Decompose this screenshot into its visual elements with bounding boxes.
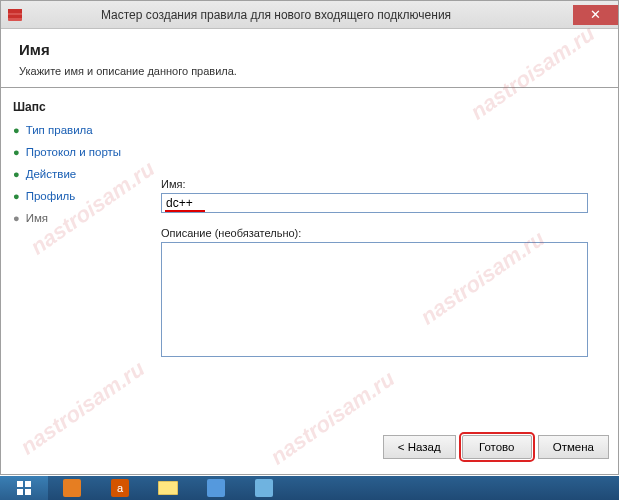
description-input[interactable] [161,242,588,357]
svg-rect-4 [25,481,31,487]
window-controls: ✕ [573,5,618,25]
taskbar-app-3[interactable] [144,476,192,500]
page-title: Имя [19,41,600,58]
wizard-header: Имя Укажите имя и описание данного прави… [1,29,618,88]
sidebar-item-label: Тип правила [26,124,93,136]
svg-rect-7 [63,479,81,497]
sidebar-item-label: Имя [26,212,48,224]
taskbar-app-2[interactable]: a [96,476,144,500]
svg-rect-11 [207,479,225,497]
name-input[interactable] [161,193,588,213]
svg-rect-5 [17,489,23,495]
svg-rect-12 [255,479,273,497]
sidebar-item-rule-type[interactable]: ●Тип правила [13,124,148,136]
bullet-icon: ● [13,146,20,158]
sidebar-item-profile[interactable]: ●Профиль [13,190,148,202]
sidebar-item-name[interactable]: ●Имя [13,212,148,224]
wizard-body: Шапс ●Тип правила ●Протокол и порты ●Дей… [1,88,618,474]
window-title: Мастер создания правила для нового входя… [0,8,573,22]
bullet-icon: ● [13,168,20,180]
description-label: Описание (необязательно): [161,227,588,239]
svg-text:a: a [117,482,124,494]
sidebar-item-label: Действие [26,168,77,180]
sidebar-item-protocol[interactable]: ●Протокол и порты [13,146,148,158]
taskbar: a [0,476,619,500]
sidebar-item-action[interactable]: ●Действие [13,168,148,180]
taskbar-app-4[interactable] [192,476,240,500]
bullet-icon: ● [13,190,20,202]
wizard-window: Мастер создания правила для нового входя… [0,0,619,475]
svg-rect-3 [17,481,23,487]
bullet-icon: ● [13,212,20,224]
wizard-content: Имя: Описание (необязательно): [156,88,618,474]
sidebar-heading: Шапс [13,100,148,114]
finish-button[interactable]: Готово [462,435,532,459]
cancel-button[interactable]: Отмена [538,435,609,459]
titlebar: Мастер создания правила для нового входя… [1,1,618,29]
sidebar-item-label: Протокол и порты [26,146,121,158]
name-label: Имя: [161,178,588,190]
back-button[interactable]: < Назад [383,435,456,459]
svg-rect-6 [25,489,31,495]
wizard-footer: < Назад Готово Отмена [383,425,609,469]
taskbar-app-5[interactable] [240,476,288,500]
bullet-icon: ● [13,124,20,136]
svg-rect-10 [158,481,178,495]
close-button[interactable]: ✕ [573,5,618,25]
page-subtitle: Укажите имя и описание данного правила. [19,65,600,77]
sidebar-item-label: Профиль [26,190,76,202]
start-button[interactable] [0,476,48,500]
name-field-wrap [161,193,588,213]
taskbar-app-1[interactable] [48,476,96,500]
wizard-sidebar: Шапс ●Тип правила ●Протокол и порты ●Дей… [1,88,156,474]
